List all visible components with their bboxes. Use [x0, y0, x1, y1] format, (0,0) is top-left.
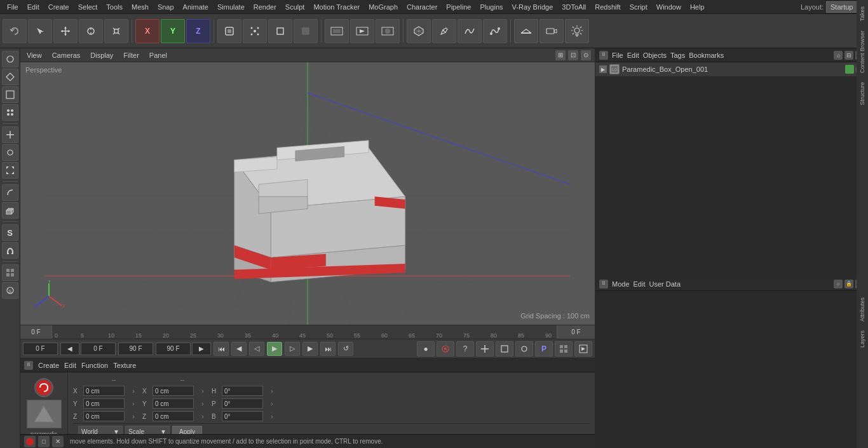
move-sidebar-btn[interactable]	[2, 126, 18, 143]
menu-item-window[interactable]: Window	[652, 2, 686, 12]
undo-button[interactable]	[3, 19, 27, 43]
coord-grid-btn[interactable]	[555, 341, 573, 356]
tab-attributes[interactable]: Attributes	[858, 294, 867, 325]
objects-tags-menu[interactable]: Tags	[670, 51, 685, 59]
alt-end-frame-field[interactable]: 90 F	[156, 343, 191, 355]
menu-item-plugins[interactable]: Plugins	[475, 2, 507, 12]
next-frame-btn[interactable]: ▶	[302, 342, 318, 356]
menu-item-help[interactable]: Help	[686, 2, 709, 12]
menu-item-script[interactable]: Script	[625, 2, 652, 12]
z-pos-field[interactable]: 0 cm	[83, 411, 125, 421]
render-view-btn[interactable]	[574, 341, 592, 356]
menu-item-sculpt[interactable]: Sculpt	[281, 2, 309, 12]
material-create-menu[interactable]: Create	[38, 362, 59, 369]
record-btn[interactable]: ●	[417, 341, 435, 356]
view-menu[interactable]: View	[24, 51, 44, 59]
filter-icon[interactable]: ⊟	[844, 51, 853, 60]
menu-item-tools[interactable]: Tools	[102, 2, 127, 12]
help-btn[interactable]: ?	[456, 341, 474, 356]
objects-edit-menu[interactable]: Edit	[627, 51, 639, 59]
magnet-sidebar-btn[interactable]	[2, 242, 18, 259]
object-row-paramedic[interactable]: ▶ L0 Paramedic_Box_Open_001	[595, 62, 868, 77]
y-axis-button[interactable]: Y	[161, 19, 185, 43]
z-axis-button[interactable]: Z	[186, 19, 210, 43]
first-frame-btn[interactable]: ⏮	[214, 342, 229, 356]
menu-item-simulate[interactable]: Simulate	[213, 2, 249, 12]
edge-mode-button[interactable]	[268, 19, 292, 43]
prev-frame-btn[interactable]: ◀	[231, 342, 247, 356]
x-size-field[interactable]: 0 cm	[153, 386, 194, 396]
coord-scale-btn[interactable]	[496, 341, 513, 356]
menu-item-create[interactable]: Create	[44, 2, 74, 12]
object-expand-icon[interactable]: ▶	[599, 65, 607, 73]
timeline-track[interactable]: 0 5 10 15 20 25 30 35 40 45 50 55 60 65 …	[52, 325, 557, 339]
tab-content-browser[interactable]: Content Browser	[858, 48, 867, 77]
objects-bookmarks-menu[interactable]: Bookmarks	[689, 51, 724, 59]
z-size-field[interactable]: 0 cm	[153, 411, 194, 421]
menu-item-vray[interactable]: V-Ray Bridge	[508, 2, 558, 12]
filter-menu[interactable]: Filter	[121, 51, 141, 59]
polygon-mode-button[interactable]	[294, 19, 318, 43]
menu-item-render[interactable]: Render	[249, 2, 281, 12]
coord-move-btn[interactable]	[476, 341, 494, 356]
menu-item-pipeline[interactable]: Pipeline	[442, 2, 475, 12]
lock-viewport-icon[interactable]: ⊡	[568, 50, 578, 60]
menu-item-animate[interactable]: Animate	[179, 2, 213, 12]
rotate-button[interactable]	[79, 19, 103, 43]
spline-button[interactable]	[458, 19, 482, 43]
material-thumbnail[interactable]	[27, 400, 62, 428]
attributes-edit-menu[interactable]: Edit	[634, 280, 646, 288]
coord-p-btn[interactable]: P	[535, 341, 553, 356]
cinema4d-icon[interactable]	[24, 436, 36, 447]
rotate-sidebar-btn[interactable]	[2, 144, 18, 161]
grid-sidebar-btn[interactable]	[2, 264, 18, 281]
menu-item-select[interactable]: Select	[74, 2, 102, 12]
menu-item-file[interactable]: File	[3, 2, 23, 12]
close-icon[interactable]: ✕	[52, 436, 64, 447]
attributes-mode-menu[interactable]: Mode	[612, 280, 630, 288]
camera-button[interactable]	[539, 19, 564, 43]
attributes-userdata-menu[interactable]: User Data	[649, 280, 681, 288]
viewport[interactable]: Perspective	[20, 62, 595, 325]
menu-item-snap[interactable]: Snap	[153, 2, 179, 12]
start-frame-arrow-left[interactable]: ◀	[60, 343, 79, 355]
next-step-btn[interactable]: ▷	[285, 342, 300, 356]
render-to-po-button[interactable]	[376, 19, 400, 43]
cameras-menu[interactable]: Cameras	[50, 51, 83, 59]
loop-btn[interactable]: ↺	[338, 342, 353, 356]
scale-button[interactable]	[104, 19, 128, 43]
display-menu[interactable]: Display	[88, 51, 116, 59]
x-pos-field[interactable]: 0 cm	[83, 386, 125, 396]
attributes-lock-icon[interactable]: 🔒	[844, 280, 853, 288]
objects-menu[interactable]: Objects	[643, 51, 667, 59]
x-axis-button[interactable]: X	[135, 19, 159, 43]
timeline-start-frame[interactable]: 0 F	[20, 325, 52, 339]
b-rot-field[interactable]: 0°	[222, 411, 263, 421]
tab-structure[interactable]: Structure	[858, 78, 867, 109]
end-frame-field[interactable]: 90 F	[118, 343, 153, 355]
scale-sidebar-btn[interactable]	[2, 162, 18, 179]
s-icon-sidebar-btn[interactable]: S	[2, 224, 18, 241]
menu-item-redshift[interactable]: Redshift	[590, 2, 625, 12]
live-select-button[interactable]	[28, 19, 52, 43]
timeline-end-frame[interactable]: 0 F	[557, 325, 595, 339]
play-btn[interactable]: ▶	[267, 342, 282, 356]
search-icon[interactable]: ⌕	[834, 51, 843, 60]
last-frame-btn[interactable]: ⏭	[320, 342, 336, 356]
extrude-sidebar-btn[interactable]	[2, 202, 18, 219]
object-mode-sidebar-btn[interactable]	[2, 51, 18, 67]
p-rot-field[interactable]: 0°	[222, 398, 263, 409]
menu-item-motion-tracker[interactable]: Motion Tracker	[309, 2, 364, 12]
maximize-viewport-icon[interactable]: ⊞	[555, 50, 566, 60]
settings-viewport-icon[interactable]: ⊙	[581, 50, 591, 60]
menu-item-edit[interactable]: Edit	[23, 2, 44, 12]
start-frame-field[interactable]: 0 F	[81, 343, 116, 355]
move-button[interactable]	[53, 19, 78, 43]
h-rot-field[interactable]: 0°	[222, 386, 263, 396]
polygon-mode-sidebar-btn[interactable]	[2, 69, 18, 85]
render-region-button[interactable]	[325, 19, 349, 43]
menu-item-mograph[interactable]: MoGraph	[364, 2, 402, 12]
minimize-icon[interactable]: □	[38, 436, 50, 447]
material-edit-menu[interactable]: Edit	[64, 362, 76, 369]
y-size-field[interactable]: 0 cm	[153, 398, 194, 409]
